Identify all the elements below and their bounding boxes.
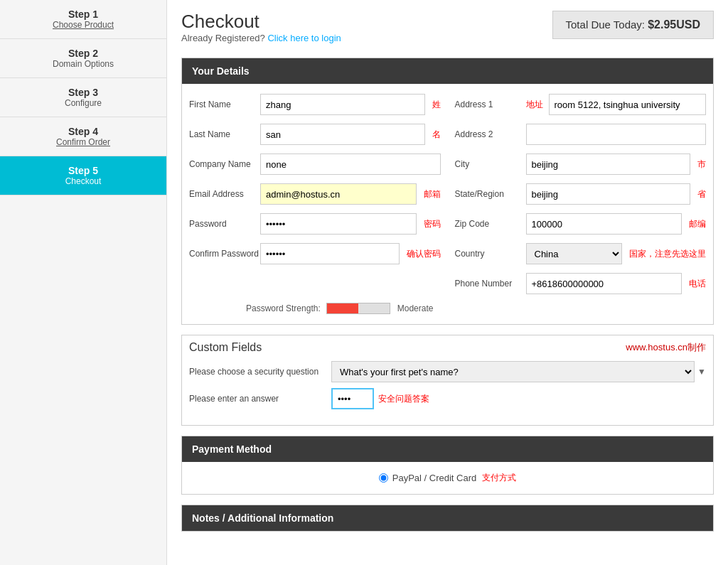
address1-hint: 地址 xyxy=(526,99,543,111)
payment-hint: 支付方式 xyxy=(482,472,516,484)
step3-label: Configure xyxy=(7,98,159,108)
password-strength-row: Password Strength: Moderate xyxy=(189,303,706,314)
notes-section: Notes / Additional Information xyxy=(181,505,714,532)
details-left-col: First Name 姓 Last Name 名 xyxy=(189,94,441,298)
custom-fields-section: Custom Fields www.hostus.cn制作 Please cho… xyxy=(181,335,714,426)
country-label: Country xyxy=(455,249,526,259)
paypal-label: PayPal / Credit Card xyxy=(392,473,477,483)
your-details-section: Your Details First Name 姓 Last Name xyxy=(181,58,714,325)
total-label: Total Due Today: xyxy=(566,18,645,31)
main-content: Checkout Already Registered? Click here … xyxy=(167,0,728,565)
payment-method-section: Payment Method PayPal / Credit Card 支付方式 xyxy=(181,436,714,495)
zip-input[interactable] xyxy=(526,213,682,235)
details-form-body: First Name 姓 Last Name 名 xyxy=(182,84,713,324)
last-name-row: Last Name 名 xyxy=(189,124,441,145)
sidebar-item-step3[interactable]: Step 3 Configure xyxy=(0,78,166,117)
company-row: Company Name xyxy=(189,154,441,175)
chevron-down-icon: ▼ xyxy=(697,367,706,377)
state-input[interactable] xyxy=(526,183,691,205)
state-hint: 省 xyxy=(697,188,706,200)
confirm-password-row: Confirm Password 确认密码 xyxy=(189,243,441,264)
answer-input[interactable] xyxy=(331,388,374,409)
state-row: State/Region 省 xyxy=(455,183,707,205)
city-hint: 市 xyxy=(697,158,706,171)
confirm-password-input[interactable] xyxy=(260,243,400,264)
custom-fields-body: Please choose a security question What's… xyxy=(182,357,713,425)
phone-row: Phone Number 电话 xyxy=(455,273,707,294)
password-input[interactable] xyxy=(260,213,417,235)
email-row: Email Address 邮箱 xyxy=(189,183,441,205)
step5-label: Checkout xyxy=(7,176,159,186)
country-select[interactable]: China United States Japan xyxy=(526,243,623,264)
security-question-select[interactable]: What's your first pet's name? What's you… xyxy=(331,361,695,382)
address1-label: Address 1 xyxy=(455,99,526,109)
details-form-grid: First Name 姓 Last Name 名 xyxy=(189,94,706,298)
pw-bar-empty xyxy=(358,303,390,313)
login-link[interactable]: Click here to login xyxy=(267,33,341,43)
city-row: City 市 xyxy=(455,154,707,175)
email-input[interactable] xyxy=(260,183,417,205)
country-hint: 国家，注意先选这里 xyxy=(629,248,706,260)
first-name-label: First Name xyxy=(189,99,260,109)
step4-label: Confirm Order xyxy=(7,137,159,147)
first-name-input[interactable] xyxy=(260,94,425,115)
page-title-area: Checkout Already Registered? Click here … xyxy=(181,11,341,52)
step2-num: Step 2 xyxy=(7,48,159,59)
header-row: Checkout Already Registered? Click here … xyxy=(181,11,714,52)
last-name-hint: 名 xyxy=(432,129,441,141)
step1-label: Choose Product xyxy=(7,20,159,30)
pw-strength-bar xyxy=(326,303,390,314)
pw-strength-label: Password Strength: xyxy=(246,303,321,313)
step4-num: Step 4 xyxy=(7,126,159,137)
pw-strength-text: Moderate xyxy=(397,303,434,313)
sidebar-item-step4[interactable]: Step 4 Confirm Order xyxy=(0,117,166,156)
confirm-password-hint: 确认密码 xyxy=(407,248,441,260)
sidebar-item-step2[interactable]: Step 2 Domain Options xyxy=(0,39,166,78)
phone-input[interactable] xyxy=(526,273,682,294)
payment-body: PayPal / Credit Card 支付方式 xyxy=(182,462,713,494)
hostus-link: www.hostus.cn制作 xyxy=(626,341,706,354)
address1-row: Address 1 地址 xyxy=(455,94,707,115)
step1-num: Step 1 xyxy=(7,9,159,20)
first-name-hint: 姓 xyxy=(432,99,441,111)
your-details-header: Your Details xyxy=(182,58,713,84)
last-name-input[interactable] xyxy=(260,124,425,145)
confirm-password-label: Confirm Password xyxy=(189,249,260,259)
zip-label: Zip Code xyxy=(455,219,526,229)
sidebar: Step 1 Choose Product Step 2 Domain Opti… xyxy=(0,0,167,565)
zip-hint: 邮编 xyxy=(689,218,706,230)
password-row: Password 密码 xyxy=(189,213,441,235)
page-title: Checkout xyxy=(181,11,341,33)
address2-input[interactable] xyxy=(526,124,707,145)
total-amount: $2.95USD xyxy=(648,18,700,31)
details-right-col: Address 1 地址 Address 2 City xyxy=(455,94,707,298)
total-due-box: Total Due Today: $2.95USD xyxy=(552,11,714,39)
sidebar-item-step1[interactable]: Step 1 Choose Product xyxy=(0,0,166,39)
city-label: City xyxy=(455,159,526,169)
company-label: Company Name xyxy=(189,159,260,169)
sidebar-item-step5[interactable]: Step 5 Checkout xyxy=(0,156,166,195)
zip-row: Zip Code 邮编 xyxy=(455,213,707,235)
step5-num: Step 5 xyxy=(7,165,159,176)
password-label: Password xyxy=(189,219,260,229)
email-label: Email Address xyxy=(189,189,260,199)
city-input[interactable] xyxy=(526,154,691,175)
payment-method-header: Payment Method xyxy=(182,436,713,462)
phone-label: Phone Number xyxy=(455,279,526,289)
pw-bar-filled xyxy=(327,303,358,313)
paypal-radio[interactable] xyxy=(379,473,388,483)
address1-input[interactable] xyxy=(549,94,707,115)
step2-label: Domain Options xyxy=(7,59,159,69)
country-row: Country China United States Japan 国家，注意先… xyxy=(455,243,707,264)
step3-num: Step 3 xyxy=(7,87,159,98)
email-hint: 邮箱 xyxy=(424,188,441,200)
last-name-label: Last Name xyxy=(189,129,260,139)
state-label: State/Region xyxy=(455,189,526,199)
answer-hint: 安全问题答案 xyxy=(378,393,429,405)
custom-fields-title: Custom Fields xyxy=(189,341,262,354)
address2-row: Address 2 xyxy=(455,124,707,145)
address2-label: Address 2 xyxy=(455,129,526,139)
already-registered-text: Already Registered? Click here to login xyxy=(181,33,341,43)
company-input[interactable] xyxy=(260,154,441,175)
security-question-row: Please choose a security question What's… xyxy=(189,361,706,382)
